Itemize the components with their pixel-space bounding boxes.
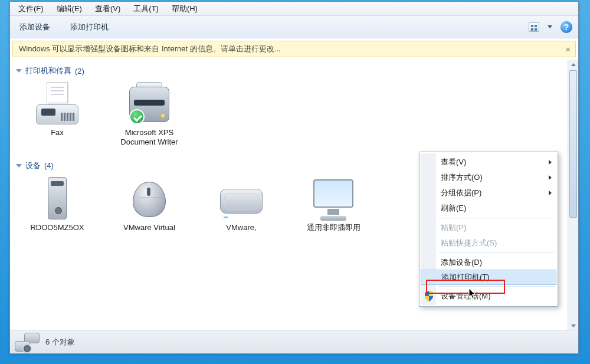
monitor-icon [310, 177, 357, 221]
menu-tools[interactable]: 工具(T) [127, 2, 165, 16]
ctx-refresh[interactable]: 刷新(E) [421, 201, 556, 216]
vertical-scrollbar[interactable] [568, 60, 578, 330]
ctx-label: 粘贴(P) [441, 222, 466, 233]
menu-file[interactable]: 文件(F) [12, 2, 50, 16]
printer-default-icon [126, 82, 173, 126]
computer-tower-icon [34, 177, 81, 221]
menu-view[interactable]: 查看(V) [89, 2, 126, 16]
device-item-mouse[interactable]: VMware Virtual [114, 177, 185, 232]
ctx-paste-shortcut: 粘贴快捷方式(S) [421, 235, 556, 251]
ctx-view[interactable]: 查看(V) [421, 155, 556, 170]
scroll-up-icon[interactable] [568, 60, 578, 70]
ctx-sort[interactable]: 排序方式(O) [421, 170, 556, 185]
submenu-arrow-icon [549, 191, 552, 195]
group-count-printers: (2) [75, 67, 84, 76]
device-item-xps-writer[interactable]: Microsoft XPS Document Writer [114, 82, 185, 147]
ctx-add-device[interactable]: 添加设备(D) [421, 255, 556, 270]
context-menu-separator [438, 252, 555, 253]
fax-icon [34, 82, 81, 126]
device-label: Fax [51, 128, 64, 137]
context-menu-separator [438, 218, 555, 218]
device-item-monitor[interactable]: 通用非即插即用 [298, 177, 369, 232]
group-count-devices: (4) [44, 161, 54, 170]
ctx-label: 查看(V) [441, 157, 466, 168]
menu-edit[interactable]: 编辑(E) [51, 2, 88, 16]
disclosure-triangle-icon[interactable] [16, 164, 22, 168]
ctx-label: 排序方式(O) [441, 172, 483, 183]
information-bar-close-icon[interactable]: × [565, 44, 571, 54]
ctx-group[interactable]: 分组依据(P) [421, 185, 556, 201]
ctx-label: 设备管理器(M) [441, 291, 491, 301]
status-bar: 6 个对象 [10, 330, 578, 353]
submenu-arrow-icon [549, 175, 552, 180]
printers-items: Fax Microsoft XPS Document Writer [16, 77, 562, 158]
ctx-label: 粘贴快捷方式(S) [441, 238, 497, 248]
group-title-devices[interactable]: 设备 [25, 160, 41, 171]
toolbar-add-printer[interactable]: 添加打印机 [65, 19, 113, 35]
device-item-fax[interactable]: Fax [22, 82, 93, 147]
device-item-hdd[interactable]: VMware, [206, 177, 277, 232]
device-label: 通用非即插即用 [307, 223, 360, 232]
ctx-paste: 粘贴(P) [421, 220, 556, 235]
submenu-arrow-icon [549, 160, 552, 165]
help-icon[interactable]: ? [560, 21, 572, 33]
ctx-label: 刷新(E) [441, 203, 466, 214]
uac-shield-icon [424, 291, 434, 301]
device-item-computer[interactable]: RDOO5MZ5OX [22, 177, 93, 232]
information-bar[interactable]: Windows 可以显示增强型设备图标和来自 Internet 的信息。请单击进… [12, 41, 576, 57]
device-label: VMware Virtual [123, 223, 175, 232]
ctx-label: 添加打印机(T) [441, 272, 490, 283]
group-title-printers[interactable]: 打印机和传真 [25, 65, 71, 76]
toolbar-add-device[interactable]: 添加设备 [15, 19, 55, 35]
mouse-icon [126, 177, 173, 221]
device-label: VMware, [226, 223, 256, 232]
context-menu-separator [438, 286, 555, 287]
menu-help[interactable]: 帮助(H) [166, 2, 204, 16]
device-label: Microsoft XPS Document Writer [114, 128, 185, 147]
view-mode-dropdown-icon[interactable] [548, 25, 552, 28]
status-object-count: 6 个对象 [45, 337, 75, 347]
context-menu: 查看(V) 排序方式(O) 分组依据(P) 刷新(E) 粘贴(P) 粘贴快捷方式… [419, 152, 558, 307]
ctx-device-manager[interactable]: 设备管理器(M) [421, 288, 556, 304]
ctx-label: 分组依据(P) [441, 188, 481, 198]
mouse-cursor-icon [468, 288, 477, 300]
ctx-label: 添加设备(D) [441, 257, 482, 268]
group-header-printers[interactable]: 打印机和传真 (2) [16, 65, 562, 76]
menu-bar: 文件(F) 编辑(E) 查看(V) 工具(T) 帮助(H) [10, 2, 578, 16]
devices-and-printers-window: 文件(F) 编辑(E) 查看(V) 工具(T) 帮助(H) 添加设备 添加打印机… [9, 1, 579, 354]
ctx-add-printer[interactable]: 添加打印机(T) [421, 270, 556, 285]
information-bar-text: Windows 可以显示增强型设备图标和来自 Internet 的信息。请单击进… [19, 44, 281, 54]
command-bar: 添加设备 添加打印机 ? [10, 16, 578, 38]
device-label: RDOO5MZ5OX [30, 223, 84, 232]
external-drive-icon [218, 177, 265, 221]
status-thumbnail-icon [15, 333, 40, 352]
view-mode-icon[interactable] [529, 22, 539, 32]
disclosure-triangle-icon[interactable] [16, 69, 22, 73]
scroll-thumb[interactable] [569, 70, 577, 218]
